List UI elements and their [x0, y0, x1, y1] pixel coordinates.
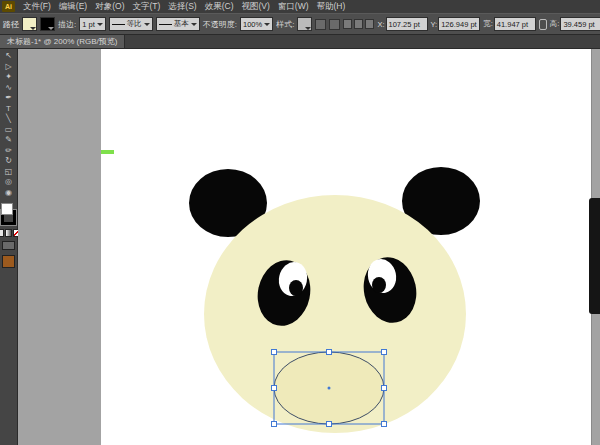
panda-left-pupil[interactable]	[289, 280, 303, 296]
paintbrush-tool[interactable]: ✎	[1, 135, 16, 146]
align-icons-group	[343, 19, 374, 29]
width-profile-value: 等比	[127, 19, 142, 29]
fill-color-swatch[interactable]	[22, 17, 37, 31]
style-label: 样式:	[276, 19, 294, 30]
stroke-label: 描边:	[58, 19, 76, 30]
brush-definition-value: 基本	[174, 19, 189, 29]
color-swatch[interactable]	[2, 255, 15, 268]
y-coordinate: Y: 126.949 pt	[431, 17, 481, 31]
magic-wand-tool[interactable]: ✦	[1, 72, 16, 83]
menu-items: 文件(F)编辑(E)对象(O)文字(T)选择(S)效果(C)视图(V)窗口(W)…	[19, 1, 349, 13]
selection-handle[interactable]	[272, 350, 277, 355]
stroke-color-swatch[interactable]	[40, 17, 55, 31]
stroke-weight-value: 1 pt	[82, 20, 95, 29]
y-label: Y:	[431, 20, 438, 29]
artwork-layer	[18, 49, 600, 445]
color-button[interactable]	[0, 229, 4, 237]
context-label: 路径	[3, 19, 19, 30]
line-segment-tool[interactable]: ╲	[1, 114, 16, 125]
type-tool[interactable]: T	[1, 104, 16, 115]
selection-handle[interactable]	[382, 422, 387, 427]
x-coordinate: X: 107.25 pt	[377, 17, 427, 31]
main-area: ↖▷✦∿✒T╲▭✎✏↻◱◎◉	[0, 49, 600, 445]
zoom-tool[interactable]: ◉	[1, 188, 16, 199]
canvas-area[interactable]	[18, 49, 600, 445]
tools-panel: ↖▷✦∿✒T╲▭✎✏↻◱◎◉	[0, 49, 18, 445]
document-tab-bar: 未标题-1* @ 200% (RGB/预览)	[0, 35, 600, 49]
preferences-icon[interactable]	[329, 19, 340, 30]
document-tab[interactable]: 未标题-1* @ 200% (RGB/预览)	[0, 35, 125, 48]
selection-handle[interactable]	[382, 386, 387, 391]
selection-handle[interactable]	[382, 350, 387, 355]
opacity-field[interactable]: 100%	[240, 17, 273, 31]
control-bar: 路径 描边: 1 pt 等比 基本 不透明度: 100% 样式:	[0, 13, 600, 35]
constrain-proportions-icon[interactable]	[539, 19, 547, 30]
chevron-down-icon	[191, 23, 197, 26]
brush-definition-dropdown[interactable]: 基本	[156, 17, 200, 31]
document-tab-title: 未标题-1* @ 200% (RGB/预览)	[7, 36, 117, 47]
style-swatch[interactable]	[297, 17, 312, 31]
menu-item-select[interactable]: 选择(S)	[164, 1, 200, 13]
selection-handle[interactable]	[272, 422, 277, 427]
menu-item-effect[interactable]: 效果(C)	[201, 1, 238, 13]
rectangle-tool[interactable]: ▭	[1, 125, 16, 136]
chevron-down-icon	[264, 23, 270, 26]
menu-item-file[interactable]: 文件(F)	[19, 1, 55, 13]
tool-column: ↖▷✦∿✒T╲▭✎✏↻◱◎◉	[1, 51, 16, 198]
x-label: X:	[377, 20, 384, 29]
width-profile-dropdown[interactable]: 等比	[109, 17, 153, 31]
width-field[interactable]: 41.947 pt	[494, 17, 536, 31]
brush-stroke-icon	[159, 24, 172, 25]
collapsed-panel[interactable]	[589, 198, 600, 314]
direct-selection-tool[interactable]: ▷	[1, 62, 16, 73]
menu-item-type[interactable]: 文字(T)	[128, 1, 164, 13]
rotate-tool[interactable]: ↻	[1, 156, 16, 167]
stroke-weight-field[interactable]: 1 pt	[79, 17, 106, 31]
menu-bar: Ai 文件(F)编辑(E)对象(O)文字(T)选择(S)效果(C)视图(V)窗口…	[0, 0, 600, 13]
opacity-label: 不透明度:	[203, 19, 237, 30]
gradient-button[interactable]	[5, 229, 12, 237]
screen-mode-button[interactable]	[2, 241, 15, 250]
app-logo-icon[interactable]: Ai	[2, 1, 15, 12]
pencil-tool[interactable]: ✏	[1, 146, 16, 157]
align-left-icon[interactable]	[343, 19, 352, 29]
illustrator-window: Ai 文件(F)编辑(E)对象(O)文字(T)选择(S)效果(C)视图(V)窗口…	[0, 0, 600, 445]
fill-indicator[interactable]	[1, 203, 13, 215]
y-field[interactable]: 126.949 pt	[438, 17, 480, 31]
menu-item-edit[interactable]: 编辑(E)	[55, 1, 91, 13]
chevron-down-icon	[97, 23, 103, 26]
opacity-value: 100%	[243, 20, 262, 29]
chevron-down-icon	[305, 27, 311, 30]
width-coordinate: 宽: 41.947 pt	[483, 17, 536, 31]
menu-item-view[interactable]: 视图(V)	[238, 1, 274, 13]
selection-handle[interactable]	[327, 350, 332, 355]
scale-tool[interactable]: ◱	[1, 167, 16, 178]
pen-tool[interactable]: ✒	[1, 93, 16, 104]
chevron-down-icon	[48, 27, 54, 30]
height-field[interactable]: 39.459 pt	[560, 17, 600, 31]
align-center-icon[interactable]	[354, 19, 363, 29]
selection-center-point	[328, 387, 331, 390]
panda-right-pupil[interactable]	[372, 277, 386, 293]
width-label: 宽:	[483, 19, 493, 29]
align-right-icon[interactable]	[365, 19, 374, 29]
eyedropper-tool[interactable]: ◎	[1, 177, 16, 188]
height-coordinate: 高: 39.459 pt	[550, 17, 600, 31]
height-label: 高:	[550, 19, 560, 29]
menu-item-window[interactable]: 窗口(W)	[274, 1, 313, 13]
selection-tool[interactable]: ↖	[1, 51, 16, 62]
chevron-down-icon	[30, 27, 36, 30]
selection-handle[interactable]	[327, 422, 332, 427]
x-field[interactable]: 107.25 pt	[386, 17, 428, 31]
menu-item-object[interactable]: 对象(O)	[91, 1, 128, 13]
selection-handle[interactable]	[272, 386, 277, 391]
lasso-tool[interactable]: ∿	[1, 83, 16, 94]
document-setup-icon[interactable]	[315, 19, 326, 30]
menu-item-help[interactable]: 帮助(H)	[313, 1, 350, 13]
color-mode-buttons	[0, 229, 20, 237]
fill-stroke-indicator[interactable]	[1, 203, 16, 225]
stroke-profile-icon	[112, 24, 125, 25]
chevron-down-icon	[144, 23, 150, 26]
